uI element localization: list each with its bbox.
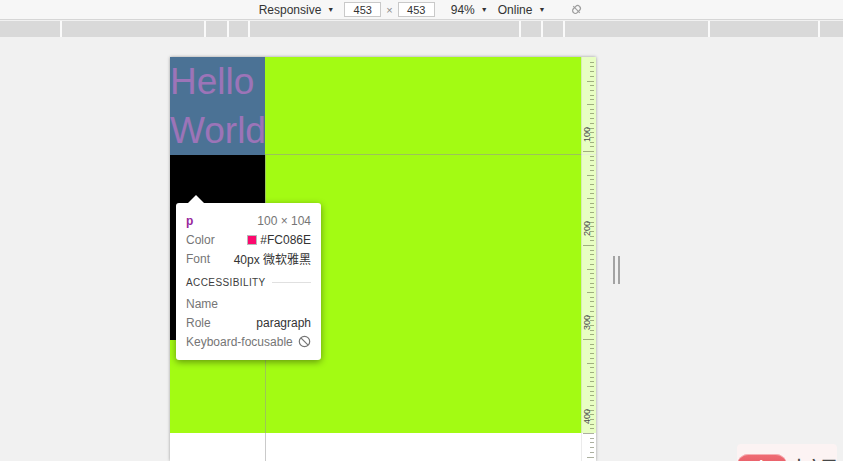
tab-strip (0, 21, 843, 37)
tab-separator (519, 21, 521, 37)
ruler-tick (590, 306, 594, 307)
inspect-tooltip: p 100 × 104 Color #FC086E Font 40px 微软雅黑… (176, 203, 321, 360)
tooltip-color-label: Color (186, 233, 215, 247)
ruler-tick (587, 175, 594, 176)
viewport-size-controls: × (344, 2, 434, 17)
zoom-selector[interactable]: 94% ▼ (451, 3, 488, 17)
ruler-tick (590, 447, 594, 448)
ruler-tick (590, 287, 594, 288)
dimension-separator: × (385, 4, 393, 16)
ruler-label: 200 (582, 214, 593, 242)
tooltip-name-label: Name (186, 297, 218, 311)
ruler-tick (590, 442, 594, 443)
tab-separator (60, 21, 62, 37)
rotate-device-icon[interactable] (569, 2, 584, 17)
device-type-selector[interactable]: Responsive ▼ (259, 3, 335, 17)
ruler-tick (590, 189, 594, 190)
ruler-tick (590, 71, 594, 72)
element-highlight-overlay (170, 57, 265, 155)
ruler-tick (590, 391, 594, 392)
ruler-tick (590, 62, 594, 63)
tab-separator (248, 21, 250, 37)
ruler-tick (590, 273, 594, 274)
ruler-label: 100 (582, 120, 593, 148)
ruler-tick (590, 438, 594, 439)
ruler-tick (590, 344, 594, 345)
tooltip-font-value: 40px 微软雅黑 (234, 250, 311, 267)
php-logo: php (737, 454, 787, 461)
tab-separator (818, 21, 820, 37)
tooltip-dimensions: 100 × 104 (257, 214, 311, 228)
tooltip-role-label: Role (186, 316, 211, 330)
ruler-tick (587, 386, 594, 387)
ruler-tick (590, 212, 594, 213)
ruler-tick (590, 203, 594, 204)
chevron-down-icon: ▼ (327, 6, 334, 13)
ruler-tick (590, 109, 594, 110)
ruler-tick (590, 113, 594, 114)
ruler-tick (590, 377, 594, 378)
tooltip-font-label: Font (186, 252, 210, 266)
accessibility-section-header: ACCESSIBILITY (186, 277, 266, 288)
network-throttle-selector[interactable]: Online ▼ (498, 3, 546, 17)
ruler-tick (590, 76, 594, 77)
ruler-tick (590, 400, 594, 401)
ruler-tick (583, 151, 594, 152)
ruler-tick (590, 254, 594, 255)
color-swatch (247, 235, 257, 245)
ruler-tick (587, 81, 594, 82)
ruler-tick (590, 367, 594, 368)
ruler-tick (590, 90, 594, 91)
ruler-tick (587, 104, 594, 105)
ruler-tick (590, 165, 594, 166)
network-throttle-value: Online (498, 3, 533, 17)
ruler-tick (590, 297, 594, 298)
ruler-tick (590, 99, 594, 100)
ruler-tick (590, 452, 594, 453)
watermark-suffix: 中文网 (791, 455, 836, 461)
viewport-height-input[interactable] (398, 2, 435, 17)
ruler-tick (590, 95, 594, 96)
ruler-tick (590, 170, 594, 171)
zoom-value: 94% (451, 3, 475, 17)
tab-separator (563, 21, 565, 37)
ruler-tick (583, 339, 594, 340)
device-toolbar: Responsive ▼ × 94% ▼ Online ▼ (0, 0, 843, 20)
vertical-scrollbar-thumb[interactable] (613, 256, 620, 284)
device-type-label: Responsive (259, 3, 322, 17)
ruler-tick (590, 372, 594, 373)
ruler-tick (590, 193, 594, 194)
ruler-tick (590, 85, 594, 86)
ruler-tick (590, 381, 594, 382)
ruler-tick (590, 264, 594, 265)
ruler-tick (590, 160, 594, 161)
ruler-tick (590, 118, 594, 119)
ruler-tick (587, 292, 594, 293)
ruler-tick (590, 353, 594, 354)
ruler-tick (583, 433, 594, 434)
ruler-label: 400 (582, 402, 593, 430)
tab-separator (227, 21, 229, 37)
tab-separator (708, 21, 710, 37)
ruler-tick (590, 184, 594, 185)
ruler-label: 300 (582, 308, 593, 336)
tab-separator (541, 21, 543, 37)
ruler-tick (590, 283, 594, 284)
tooltip-color-value: #FC086E (260, 233, 311, 247)
tab-separator (204, 21, 206, 37)
ruler-tick (587, 269, 594, 270)
section-divider (272, 282, 311, 283)
tooltip-tag-name: p (186, 214, 193, 228)
not-focusable-icon (298, 335, 311, 348)
ruler-tick (590, 156, 594, 157)
ruler-tick (590, 358, 594, 359)
ruler-tick (587, 457, 594, 458)
viewport-width-input[interactable] (344, 2, 381, 17)
tooltip-arrow (188, 195, 204, 203)
ruler-tick (590, 278, 594, 279)
chevron-down-icon: ▼ (538, 6, 545, 13)
ruler-tick (590, 66, 594, 67)
ruler-tick (590, 250, 594, 251)
ruler-tick (587, 363, 594, 364)
ruler-tick (590, 395, 594, 396)
